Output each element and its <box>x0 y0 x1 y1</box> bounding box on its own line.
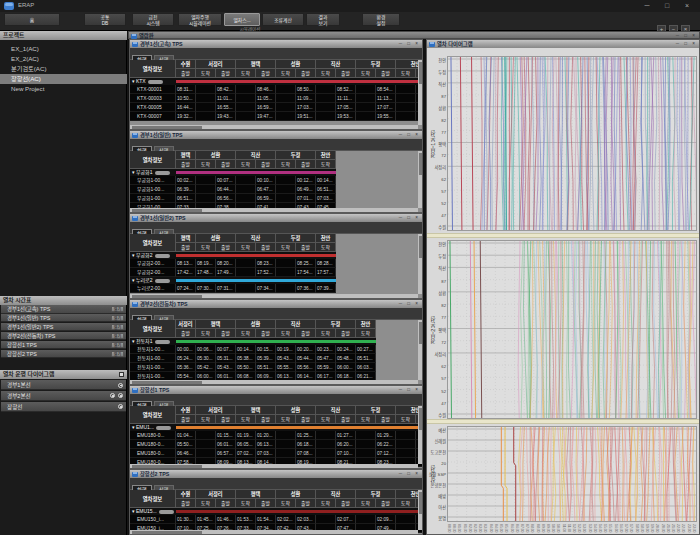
status-dot-icon[interactable] <box>118 393 123 398</box>
scrollbar-thumb[interactable] <box>132 531 202 534</box>
window-controls[interactable]: ─ □ × <box>676 40 697 48</box>
scrollbar-thumb[interactable] <box>132 209 202 212</box>
ribbon-button-power-system[interactable]: 급전 시스템 <box>132 13 174 26</box>
ribbon-button-power-flow-calc[interactable]: 조류계산 <box>262 13 304 26</box>
window-controls[interactable]: ─ □ × <box>399 300 420 308</box>
ribbon-button-home[interactable]: 홈 <box>4 13 60 26</box>
window-titlebar[interactable]: 경부1선(일반) TPS─ □ × <box>130 131 422 139</box>
minimize-button[interactable]: ─ <box>638 1 656 11</box>
scrollbar-thumb[interactable] <box>419 62 422 84</box>
open-button[interactable]: 열기 <box>111 351 124 357</box>
window-titlebar[interactable]: 장항선1 TPS─ □ × <box>130 386 422 394</box>
sidebar-item-diagram-gyeongbu2[interactable]: 경부2본선 <box>1 391 126 401</box>
window-titlebar[interactable]: 장항선2 TPS─ □ × <box>130 470 422 478</box>
ribbon-button-view-results[interactable]: 결과 보기 <box>306 13 340 26</box>
status-dot-icon[interactable] <box>110 393 115 398</box>
table-row[interactable]: EMU180-0...01:04...01:15...01:19...01:20… <box>130 431 422 440</box>
scrollbar-thumb[interactable] <box>132 465 202 468</box>
horizontal-scrollbar[interactable] <box>130 125 418 129</box>
window-controls[interactable]: ─ □ × <box>399 386 420 394</box>
diagram-grid-icon[interactable] <box>119 372 124 377</box>
horizontal-scrollbar[interactable] <box>130 208 418 212</box>
window-controls[interactable]: ─ □ × <box>399 470 420 478</box>
sidebar-item-ex2-ac[interactable]: EX_2(AC) <box>0 54 127 64</box>
open-button[interactable]: 열기 <box>111 324 124 330</box>
sidebar-item-tps-janghang2[interactable]: 장항선2 TPS열기 <box>1 350 126 359</box>
table-row[interactable]: 무궁화2-00...08:13...08:19...08:20...08:23.… <box>130 259 336 268</box>
sidebar-item-diagram-janghang[interactable]: 장항선 <box>1 402 126 412</box>
window-controls[interactable]: ─ □ × <box>399 214 420 222</box>
vertical-scrollbar[interactable] <box>418 234 422 294</box>
sidebar-item-diagram-gyeongbu1[interactable]: 경부1본선 <box>1 380 126 390</box>
scrollbar-thumb[interactable] <box>132 295 202 298</box>
table-row[interactable]: EMU180-0...06:46...06:57...07:02...07:03… <box>130 449 422 458</box>
open-button[interactable]: 열기 <box>111 315 124 321</box>
collapse-arrow-icon[interactable]: ▾ <box>132 169 136 175</box>
ribbon-button-train-run-sim[interactable]: 열차주행 시뮬레이션 <box>178 13 222 26</box>
table-row[interactable]: KTX-0000310:50...11:01...11:05...11:09..… <box>130 94 422 103</box>
table-row[interactable]: 누리로2-00...07:24...07:30...07:31...07:34.… <box>130 284 336 293</box>
train-group-row[interactable]: ▾ 전동차1 <box>130 338 376 345</box>
scrollbar-thumb[interactable] <box>419 492 422 514</box>
table-row[interactable]: 전동차1-00...00:00...00:06...00:07...00:14.… <box>130 345 376 354</box>
table-row[interactable]: 전동차1-00...05:24...05:30...05:31...05:38.… <box>130 354 376 363</box>
diagram-gyeongbu-main2[interactable]: 경부2본선천안두정직산87성환8277평택72서정리62575247수원 <box>447 240 697 419</box>
window-controls[interactable]: ─ □ × <box>399 131 420 139</box>
window-controls[interactable]: ─ □ × <box>399 40 420 48</box>
ribbon-button-settings[interactable]: 환경 설정 <box>362 13 400 26</box>
vertical-scrollbar[interactable] <box>418 406 422 464</box>
sidebar-item-tps-gyeongbu1-express[interactable]: 경부1선(고속) TPS열기 <box>1 305 126 314</box>
vertical-scrollbar[interactable] <box>418 320 422 380</box>
ribbon-button-common-db[interactable]: 공통 DB <box>84 13 126 26</box>
train-group-row[interactable]: ▾ EMU15... <box>130 508 422 515</box>
train-group-row[interactable]: ▾ KTX <box>130 78 422 85</box>
train-group-row[interactable]: ▾ EMU1... <box>130 424 422 431</box>
horizontal-scrollbar[interactable] <box>130 464 418 468</box>
horizontal-scrollbar[interactable] <box>130 294 418 298</box>
scrollbar-thumb[interactable] <box>419 408 422 430</box>
chart-splitter[interactable] <box>427 419 700 424</box>
maximize-button[interactable]: □ <box>658 1 676 11</box>
horizontal-scrollbar[interactable] <box>130 380 418 384</box>
sidebar-item-tps-janghang1[interactable]: 장항선1 TPS열기 <box>1 341 126 350</box>
status-dot-icon[interactable] <box>118 383 123 388</box>
window-titlebar[interactable]: 경부1선(일반2) TPS─ □ × <box>130 214 422 222</box>
vertical-scrollbar[interactable] <box>418 151 422 208</box>
open-button[interactable]: 열기 <box>111 342 124 348</box>
open-button[interactable]: 열기 <box>111 333 124 339</box>
table-row[interactable]: KTX-0000719:32...19:43...19:47...19:51..… <box>130 112 422 121</box>
sidebar-item-branch-review-ac[interactable]: 분기검토(AC) <box>0 64 127 74</box>
collapse-arrow-icon[interactable]: ▾ <box>132 252 136 258</box>
scrollbar-thumb[interactable] <box>132 126 202 129</box>
collapse-arrow-icon[interactable]: ▾ <box>132 277 136 283</box>
app-titlebar[interactable]: ERAP ─ □ × <box>0 0 700 12</box>
sidebar-item-new-project[interactable]: New Project <box>0 84 127 94</box>
train-group-row[interactable]: ▾ 무궁화1 <box>130 169 336 176</box>
train-group-row[interactable]: ▾ 누리로2 <box>130 277 336 284</box>
table-row[interactable]: EMU180-0...05:50...06:01...06:05...06:13… <box>130 440 422 449</box>
diagram-window-titlebar[interactable]: 열차 다이어그램 ─ □ × <box>427 40 699 48</box>
table-row[interactable]: 무궁화2-00...17:42...17:48...17:49...17:52.… <box>130 268 336 277</box>
collapse-arrow-icon[interactable]: ▾ <box>132 424 136 430</box>
sidebar-item-tps-gyeongbu1-normal[interactable]: 경부1선(일반) TPS열기 <box>1 314 126 323</box>
table-row[interactable]: 무궁화1-00...00:02...00:07...00:10...00:12.… <box>130 176 336 185</box>
chart-splitter[interactable] <box>427 233 700 238</box>
table-row[interactable]: 무궁화1-00...06:51...06:56...06:59...07:01.… <box>130 194 336 203</box>
close-button[interactable]: × <box>678 1 696 11</box>
ribbon-button-train-schedule[interactable]: 열차스... <box>224 13 260 26</box>
train-group-row[interactable]: ▾ 무궁화2 <box>130 252 336 259</box>
window-titlebar[interactable]: 경부2선(전동차) TPS─ □ × <box>130 300 422 308</box>
vertical-scrollbar[interactable] <box>418 490 422 530</box>
collapse-arrow-icon[interactable]: ▾ <box>132 78 136 84</box>
table-row[interactable]: EMU150_i...01:30...01:45...01:46...01:53… <box>130 515 422 524</box>
table-row[interactable]: KTX-0000108:31...08:42...08:46...08:50..… <box>130 85 422 94</box>
table-row[interactable]: KTX-0000516:44...16:55...16:59...17:03..… <box>130 103 422 112</box>
scrollbar-thumb[interactable] <box>419 153 422 175</box>
table-row[interactable]: 전동차1-00...05:36...05:42...05:43...05:50.… <box>130 363 376 372</box>
collapse-arrow-icon[interactable]: ▾ <box>132 338 136 344</box>
background-window-titlebar[interactable]: 열람판 ─ □ × <box>128 31 700 39</box>
diagram-janghang[interactable]: 장항선예산신례원도고온천20신창 SSP온양온천배방아산봉명 <box>447 426 697 522</box>
vertical-scrollbar[interactable] <box>418 60 422 125</box>
sidebar-item-janghang-ac[interactable]: 장항선(AC) <box>0 74 127 84</box>
window-titlebar[interactable]: 경부1선(고속) TPS─ □ × <box>130 40 422 48</box>
